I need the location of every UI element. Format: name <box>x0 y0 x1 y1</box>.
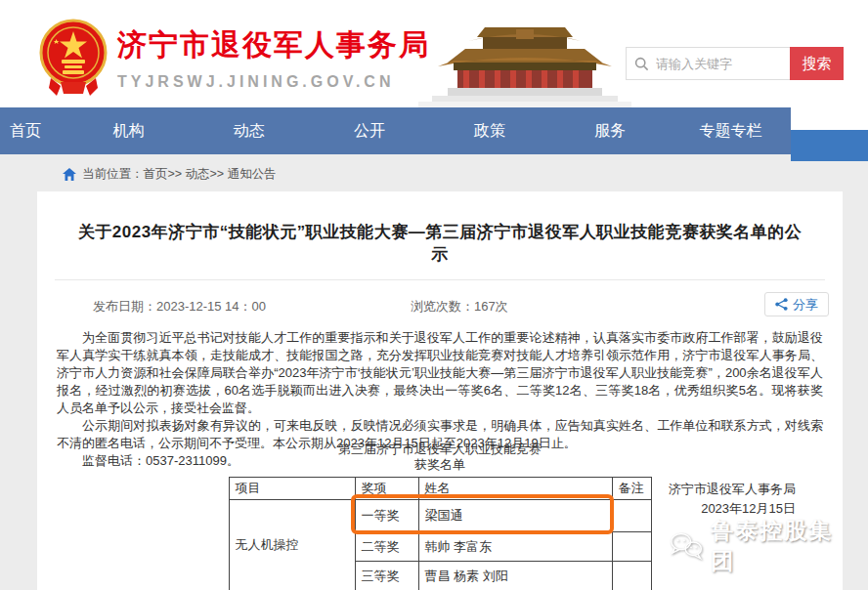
side-window-edge <box>791 130 868 161</box>
nav-item-policy[interactable]: 政策 <box>430 121 550 142</box>
note-cell <box>612 562 651 590</box>
names-cell: 韩帅 李富东 <box>418 532 612 562</box>
nav-item-service[interactable]: 服务 <box>550 121 671 142</box>
col-header-name: 姓名 <box>418 478 612 500</box>
temple-building-photo <box>418 20 631 107</box>
names-cell: 曹昌 杨素 刘阳 <box>418 562 612 590</box>
watermark: 鲁泰控股集团 <box>670 516 843 576</box>
article-title: 关于2023年济宁市“技能状元”职业技能大赛—第三届济宁市退役军人职业技能竞赛获… <box>37 221 843 266</box>
nav-item-org[interactable]: 机构 <box>68 121 189 142</box>
nav-item-home[interactable]: 首页 <box>0 121 68 142</box>
watermark-text: 鲁泰控股集团 <box>711 516 843 576</box>
national-emblem-logo <box>39 18 108 98</box>
col-header-project: 项目 <box>229 478 355 500</box>
search-box: 搜索 <box>626 47 844 80</box>
col-header-note: 备注 <box>612 478 651 500</box>
article-card: 关于2023年济宁市“技能状元”职业技能大赛—第三届济宁市退役军人职业技能竞赛获… <box>37 191 843 590</box>
paragraph: 为全面贯彻习近平总书记对技能人才工作的重要指示和关于退役军人工作的重要论述精神，… <box>57 329 823 417</box>
title-divider <box>55 279 825 280</box>
award-table: 项目 奖项 姓名 备注 无人机操控 一等奖 梁国通 二等奖 韩帅 李富东 <box>229 477 652 590</box>
publish-date: 发布日期：2023-12-15 14：00 <box>93 298 266 316</box>
share-icon <box>775 298 788 311</box>
main-navigation: 首页 机构 动态 公开 政策 服务 专题专栏 <box>0 107 791 154</box>
wechat-bubbles-icon <box>670 530 703 562</box>
note-cell <box>612 532 651 562</box>
award-cell: 一等奖 <box>355 500 418 532</box>
home-icon <box>63 168 76 181</box>
nav-item-special[interactable]: 专题专栏 <box>671 121 791 142</box>
award-cell: 三等奖 <box>355 562 418 590</box>
col-header-award: 奖项 <box>355 478 418 500</box>
nav-item-public[interactable]: 公开 <box>309 121 429 142</box>
breadcrumb[interactable]: 当前位置：首页>> 动态>> 通知公告 <box>63 164 277 184</box>
award-cell: 二等奖 <box>355 532 418 562</box>
table-caption-line1: 第三届济宁市退役军人职业技能竞赛 <box>37 442 843 457</box>
page: 济宁市退役军人事务局 TYJRSWJ.JINING.GOV.CN <box>0 0 868 590</box>
search-button[interactable]: 搜索 <box>790 47 844 80</box>
share-button[interactable]: 分享 <box>764 292 829 316</box>
table-row: 无人机操控 一等奖 梁国通 <box>229 500 651 532</box>
names-cell: 梁国通 <box>418 500 612 532</box>
nav-item-news[interactable]: 动态 <box>189 121 309 142</box>
note-cell <box>612 500 651 532</box>
search-icon <box>627 57 656 71</box>
site-identity: 济宁市退役军人事务局 TYJRSWJ.JINING.GOV.CN <box>117 25 430 91</box>
site-header: 济宁市退役军人事务局 TYJRSWJ.JINING.GOV.CN <box>0 0 868 107</box>
project-cell: 无人机操控 <box>229 500 355 590</box>
share-label: 分享 <box>793 296 818 314</box>
view-count: 浏览次数：167次 <box>411 298 508 316</box>
breadcrumb-text: 当前位置：首页>> 动态>> 通知公告 <box>82 166 277 183</box>
site-title: 济宁市退役军人事务局 <box>117 25 430 65</box>
table-caption-line2: 获奖名单 <box>37 457 843 473</box>
table-header-row: 项目 奖项 姓名 备注 <box>229 478 651 500</box>
search-input[interactable] <box>656 57 790 71</box>
site-url: TYJRSWJ.JINING.GOV.CN <box>117 73 430 91</box>
article-meta: 发布日期：2023-12-15 14：00 浏览次数：167次 分享 <box>37 288 843 323</box>
